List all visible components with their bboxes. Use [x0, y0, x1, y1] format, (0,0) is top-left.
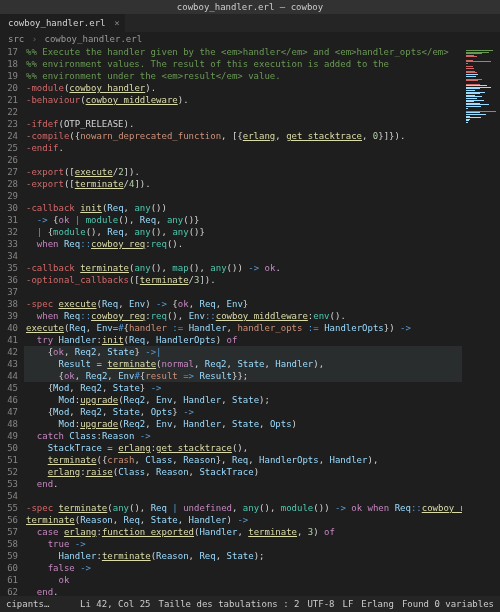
- line-number: 47: [4, 406, 18, 418]
- line-number: 24: [4, 130, 18, 142]
- code-line[interactable]: | {module(), Req, any(), any()}: [24, 226, 462, 238]
- line-number: 50: [4, 442, 18, 454]
- code-line[interactable]: try Handler:init(Req, HandlerOpts) of: [24, 334, 462, 346]
- line-number: 59: [4, 550, 18, 562]
- line-number: 34: [4, 250, 18, 262]
- minimap-line: [466, 63, 468, 64]
- code-line[interactable]: end.: [24, 478, 462, 490]
- close-icon[interactable]: ×: [114, 18, 119, 28]
- breadcrumb[interactable]: src › cowboy_handler.erl: [0, 32, 500, 46]
- minimap-line: [466, 61, 491, 62]
- line-number: 21: [4, 94, 18, 106]
- line-number: 31: [4, 214, 18, 226]
- status-eol[interactable]: LF: [343, 599, 354, 609]
- code-line[interactable]: [24, 286, 462, 298]
- line-number: 27: [4, 166, 18, 178]
- status-tabs[interactable]: Taille des tabulations : 2: [159, 599, 300, 609]
- code-line[interactable]: -ifdef(OTP_RELEASE).: [24, 118, 462, 130]
- code-line[interactable]: Mod:upgrade(Req2, Env, Handler, State);: [24, 394, 462, 406]
- line-number: 52: [4, 466, 18, 478]
- code-area[interactable]: %% Execute the handler given by the <em>…: [24, 46, 462, 596]
- code-line[interactable]: {Mod, Req2, State} ->: [24, 382, 462, 394]
- line-number: 19: [4, 70, 18, 82]
- code-line[interactable]: -optional_callbacks([terminate/3]).: [24, 274, 462, 286]
- code-line[interactable]: [24, 106, 462, 118]
- status-encoding[interactable]: UTF-8: [307, 599, 334, 609]
- code-editor[interactable]: 1718192021222324252627282930313233343536…: [0, 46, 500, 596]
- code-line[interactable]: {Mod, Req2, State, Opts} ->: [24, 406, 462, 418]
- status-left[interactable]: cipants…: [6, 599, 49, 609]
- breadcrumb-part[interactable]: src: [8, 34, 24, 44]
- line-number: 17: [4, 46, 18, 58]
- code-line[interactable]: -spec execute(Req, Env) -> {ok, Req, Env…: [24, 298, 462, 310]
- breadcrumb-part[interactable]: cowboy_handler.erl: [45, 34, 143, 44]
- code-line[interactable]: -callback terminate(any(), map(), any())…: [24, 262, 462, 274]
- code-line[interactable]: -callback init(Req, any()): [24, 202, 462, 214]
- code-line[interactable]: end.: [24, 586, 462, 596]
- code-line[interactable]: -export([terminate/4]).: [24, 178, 462, 190]
- code-line[interactable]: {ok, Req2, State} ->|: [24, 346, 462, 358]
- minimap-line: [466, 108, 468, 109]
- line-number: 25: [4, 142, 18, 154]
- status-cursor[interactable]: Li 42, Col 25: [80, 599, 150, 609]
- code-line[interactable]: StackTrace = erlang:get_stacktrace(),: [24, 442, 462, 454]
- code-line[interactable]: {ok, Req2, Env#{result => Result}};: [24, 370, 462, 382]
- code-line[interactable]: %% environment values. The result of thi…: [24, 58, 462, 70]
- line-number: 49: [4, 430, 18, 442]
- code-line[interactable]: -> {ok | module(), Req, any()}: [24, 214, 462, 226]
- line-number: 45: [4, 382, 18, 394]
- code-line[interactable]: -behaviour(cowboy_middleware).: [24, 94, 462, 106]
- line-number: 38: [4, 298, 18, 310]
- code-line[interactable]: [24, 154, 462, 166]
- line-number: 29: [4, 190, 18, 202]
- line-number: 22: [4, 106, 18, 118]
- minimap-line: [466, 80, 478, 81]
- code-line[interactable]: false ->: [24, 562, 462, 574]
- tab-file[interactable]: cowboy_handler.erl ×: [0, 14, 125, 32]
- line-number: 40: [4, 322, 18, 334]
- window-title: cowboy_handler.erl — cowboy: [0, 0, 500, 14]
- status-lang[interactable]: Erlang: [361, 599, 394, 609]
- code-line[interactable]: ok: [24, 574, 462, 586]
- code-line[interactable]: when Req::cowboy_req:req().: [24, 238, 462, 250]
- code-line[interactable]: Mod:upgrade(Req2, Env, Handler, State, O…: [24, 418, 462, 430]
- tab-bar: cowboy_handler.erl ×: [0, 14, 500, 32]
- code-line[interactable]: -spec terminate(any(), Req | undefined, …: [24, 502, 462, 514]
- minimap[interactable]: [462, 46, 500, 596]
- code-line[interactable]: [24, 490, 462, 502]
- code-line[interactable]: -compile({nowarn_deprecated_function, [{…: [24, 130, 462, 142]
- line-number: 58: [4, 538, 18, 550]
- code-line[interactable]: %% Execute the handler given by the <em>…: [24, 46, 462, 58]
- code-line[interactable]: true ->: [24, 538, 462, 550]
- line-number: 37: [4, 286, 18, 298]
- code-line[interactable]: Result = terminate(normal, Req2, State, …: [24, 358, 462, 370]
- code-line[interactable]: erlang:raise(Class, Reason, StackTrace): [24, 466, 462, 478]
- code-line[interactable]: Handler:terminate(Reason, Req, State);: [24, 550, 462, 562]
- code-line[interactable]: catch Class:Reason ->: [24, 430, 462, 442]
- code-line[interactable]: terminate(Reason, Req, State, Handler) -…: [24, 514, 462, 526]
- line-number: 62: [4, 586, 18, 596]
- chevron-right-icon: ›: [32, 34, 37, 44]
- line-number: 51: [4, 454, 18, 466]
- line-number: 42: [4, 346, 18, 358]
- line-number: 44: [4, 370, 18, 382]
- code-line[interactable]: execute(Req, Env=#{handler := Handler, h…: [24, 322, 462, 334]
- status-bar: cipants… Li 42, Col 25 Taille des tabula…: [0, 596, 500, 612]
- code-line[interactable]: -module(cowboy_handler).: [24, 82, 462, 94]
- status-vars[interactable]: Found 0 variables: [402, 599, 494, 609]
- line-gutter: 1718192021222324252627282930313233343536…: [0, 46, 24, 596]
- code-line[interactable]: when Req::cowboy_req:req(), Env::cowboy_…: [24, 310, 462, 322]
- line-number: 23: [4, 118, 18, 130]
- code-line[interactable]: -export([execute/2]).: [24, 166, 462, 178]
- line-number: 56: [4, 514, 18, 526]
- line-number: 33: [4, 238, 18, 250]
- code-line[interactable]: [24, 250, 462, 262]
- code-line[interactable]: [24, 190, 462, 202]
- code-line[interactable]: case erlang:function_exported(Handler, t…: [24, 526, 462, 538]
- line-number: 55: [4, 502, 18, 514]
- code-line[interactable]: -endif.: [24, 142, 462, 154]
- code-line[interactable]: terminate({crash, Class, Reason}, Req, H…: [24, 454, 462, 466]
- minimap-line: [466, 122, 468, 123]
- code-line[interactable]: %% environment under the <em>result</em>…: [24, 70, 462, 82]
- line-number: 46: [4, 394, 18, 406]
